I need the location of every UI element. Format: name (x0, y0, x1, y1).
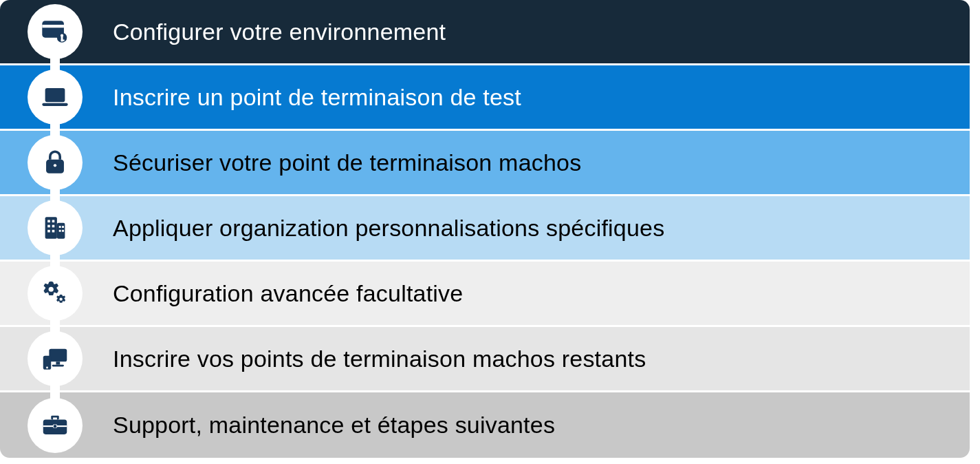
step-label: Configurer votre environnement (113, 19, 446, 45)
laptop-icon (28, 70, 83, 125)
svg-rect-19 (62, 226, 64, 228)
gears-icon (28, 266, 83, 321)
svg-rect-17 (52, 230, 55, 233)
step-label: Inscrire un point de terminaison de test (113, 84, 521, 111)
step-label: Sécuriser votre point de terminaison mac… (113, 149, 581, 176)
step-apply-org-customizations: Appliquer organization personnalisations… (0, 196, 970, 262)
step-label: Inscrire vos points de terminaison macho… (113, 346, 646, 372)
svg-rect-10 (45, 217, 57, 239)
briefcase-icon (28, 398, 83, 453)
svg-point-22 (49, 287, 54, 292)
svg-rect-26 (52, 365, 64, 367)
step-enroll-test-endpoint: Inscrire un point de terminaison de test (0, 65, 970, 131)
svg-rect-18 (59, 226, 61, 228)
svg-rect-1 (42, 25, 64, 28)
step-advanced-config: Configuration avancée facultative (0, 262, 970, 327)
svg-rect-16 (47, 230, 50, 233)
svg-rect-24 (49, 349, 67, 362)
step-enroll-remaining-endpoints: Inscrire vos points de terminaison macho… (0, 327, 970, 392)
svg-rect-5 (61, 40, 65, 41)
svg-rect-25 (56, 361, 60, 364)
svg-rect-7 (42, 103, 67, 106)
svg-point-28 (46, 367, 48, 369)
step-support-maintenance: Support, maintenance et étapes suivantes (0, 392, 970, 458)
svg-rect-14 (47, 225, 50, 228)
step-configure-environment: Configurer votre environnement (0, 0, 970, 65)
svg-rect-13 (52, 220, 55, 223)
svg-rect-6 (45, 88, 65, 102)
svg-point-23 (59, 297, 62, 300)
svg-rect-15 (52, 225, 55, 228)
step-label: Configuration avancée facultative (113, 280, 463, 307)
step-label: Appliquer organization personnalisations… (113, 215, 664, 242)
svg-rect-20 (59, 230, 61, 232)
svg-rect-21 (62, 230, 64, 232)
steps-diagram: Configurer votre environnement Inscrire … (0, 0, 970, 458)
svg-point-9 (54, 164, 56, 167)
svg-rect-12 (47, 220, 50, 223)
step-secure-endpoint: Sécuriser votre point de terminaison mac… (0, 131, 970, 196)
lock-icon (28, 135, 83, 190)
building-icon (28, 200, 83, 255)
step-label: Support, maintenance et étapes suivantes (113, 412, 555, 439)
svg-rect-34 (54, 425, 56, 428)
devices-icon (28, 331, 83, 386)
card-key-icon (28, 4, 83, 59)
